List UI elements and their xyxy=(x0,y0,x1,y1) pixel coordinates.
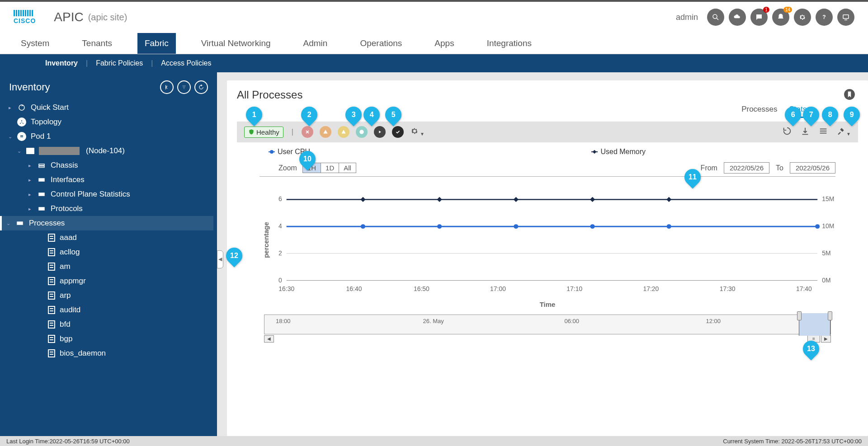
check-icon[interactable] xyxy=(392,126,404,138)
fault-critical-icon[interactable] xyxy=(302,126,313,138)
zoom-1d[interactable]: 1D xyxy=(321,163,339,173)
svg-text:17:10: 17:10 xyxy=(566,285,582,292)
tree-proc-acllog[interactable]: acllog xyxy=(0,245,213,259)
svg-point-17 xyxy=(359,130,363,134)
tree-proc-am[interactable]: am xyxy=(0,259,213,274)
tree-chassis[interactable]: ▸Chassis xyxy=(0,158,213,173)
username-label[interactable]: admin xyxy=(676,13,698,22)
legend-usedmem[interactable]: Used Memory xyxy=(591,148,646,156)
navigator-handle-right[interactable] xyxy=(828,311,832,320)
to-label: To xyxy=(776,164,783,172)
zoom-all[interactable]: All xyxy=(339,163,356,173)
ctab-partial[interactable]: st xyxy=(825,105,831,118)
play-icon[interactable] xyxy=(374,126,386,138)
tree-proc-arp[interactable]: arp xyxy=(0,288,213,303)
toolbar-settings-icon[interactable]: ▼ xyxy=(410,127,425,137)
svg-text:2: 2 xyxy=(278,249,282,257)
svg-text:17:20: 17:20 xyxy=(643,285,659,292)
panel-collapse-icon[interactable] xyxy=(160,80,174,94)
svg-point-45 xyxy=(437,224,442,229)
tree-proc-appmgr[interactable]: appmgr xyxy=(0,274,213,288)
tab-fabric[interactable]: Fabric xyxy=(137,33,176,54)
ctab-processes[interactable]: Processes xyxy=(741,105,777,118)
svg-text:6: 6 xyxy=(278,195,282,202)
ctab-stats[interactable]: Stats xyxy=(789,105,807,118)
svg-point-0 xyxy=(713,14,717,19)
tab-virtual-networking[interactable]: Virtual Networking xyxy=(194,33,278,54)
bell-badge: 14 xyxy=(783,7,792,13)
subnav-fabric-policies[interactable]: Fabric Policies xyxy=(96,59,143,67)
tree-processes[interactable]: ⌄Processes xyxy=(0,216,213,230)
navigator-left-arrow[interactable]: ◀ xyxy=(264,335,274,343)
tree-protocols[interactable]: ▸Protocols xyxy=(0,202,213,216)
tab-tenants[interactable]: Tenants xyxy=(75,33,119,54)
main-card: All Processes Processes Stats x st Healt… xyxy=(227,80,868,436)
chat-badge: 1 xyxy=(763,7,769,13)
svg-rect-40 xyxy=(437,197,442,202)
subnav-access-policies[interactable]: Access Policies xyxy=(161,59,211,67)
svg-text:16:40: 16:40 xyxy=(346,285,362,292)
current-time-label: Current System Time: xyxy=(723,438,781,445)
tree-node-104[interactable]: ⌄(Node-104) xyxy=(0,144,213,158)
fault-minor-icon[interactable] xyxy=(338,126,349,138)
zoom-1h[interactable]: 1H xyxy=(303,163,321,173)
last-login-value: 2022-05-26T16:59 UTC+00:00 xyxy=(49,438,129,445)
app-title: APIC xyxy=(54,10,83,24)
menu-icon[interactable] xyxy=(818,126,828,138)
svg-line-1 xyxy=(717,18,718,20)
help-icon[interactable]: ? xyxy=(816,9,833,26)
tree-interfaces[interactable]: ▸Interfaces xyxy=(0,173,213,187)
chat-icon[interactable]: 1 xyxy=(750,9,768,26)
cloud-icon[interactable] xyxy=(729,9,746,26)
tab-apps[interactable]: Apps xyxy=(427,33,461,54)
tree-proc-bfd[interactable]: bfd xyxy=(0,317,213,332)
navigator-right-arrow[interactable]: ▶ xyxy=(821,335,831,343)
subnav-inventory[interactable]: Inventory xyxy=(45,59,78,67)
tab-admin[interactable]: Admin xyxy=(296,33,335,54)
legend-usercpu[interactable]: User CPU xyxy=(269,148,310,156)
tab-operations[interactable]: Operations xyxy=(353,33,409,54)
search-icon[interactable] xyxy=(707,9,724,26)
chart-navigator[interactable]: 18:00 26. May 06:00 12:00 ◀ ≡ ▶ xyxy=(259,315,835,340)
navigator-scroll-thumb[interactable]: ≡ xyxy=(807,335,820,343)
refresh-icon[interactable] xyxy=(782,126,792,138)
side-panel: Inventory ▸Quick Start Topology ⌄Pod 1 ⌄… xyxy=(0,72,217,436)
svg-text:0: 0 xyxy=(278,277,282,284)
panel-filter-icon[interactable] xyxy=(177,80,191,94)
health-badge[interactable]: Healthy xyxy=(244,127,283,138)
chart-area: User CPU Used Memory Zoom 1H 1D All From… xyxy=(237,142,858,343)
bookmark-icon[interactable] xyxy=(844,89,855,102)
tab-integrations[interactable]: Integrations xyxy=(480,33,539,54)
tree-proc-aaad[interactable]: aaad xyxy=(0,230,213,245)
tree-topology[interactable]: Topology xyxy=(0,115,213,129)
tree-cps[interactable]: ▸Control Plane Statistics xyxy=(0,187,213,202)
svg-text:15M: 15M xyxy=(822,195,834,202)
tree-scroll[interactable]: ▸Quick Start Topology ⌄Pod 1 ⌄(Node-104)… xyxy=(0,100,217,436)
tools-icon[interactable]: ▼ xyxy=(836,127,851,137)
svg-point-48 xyxy=(667,224,671,229)
tree-quick-start[interactable]: ▸Quick Start xyxy=(0,100,213,115)
panel-refresh-icon[interactable] xyxy=(194,80,208,94)
svg-rect-43 xyxy=(666,197,671,202)
svg-text:4: 4 xyxy=(278,222,282,230)
svg-rect-41 xyxy=(514,197,519,202)
gear-icon[interactable] xyxy=(794,9,811,26)
to-date-input[interactable]: 2022/05/26 xyxy=(790,162,835,174)
tab-system[interactable]: System xyxy=(14,33,57,54)
download-icon[interactable] xyxy=(800,126,810,138)
from-date-input[interactable]: 2022/05/26 xyxy=(724,162,769,174)
side-title: Inventory xyxy=(9,81,50,93)
svg-rect-3 xyxy=(843,15,849,19)
tree-proc-bgp[interactable]: bgp xyxy=(0,332,213,346)
fault-warning-icon[interactable] xyxy=(356,126,368,138)
bell-icon[interactable]: 14 xyxy=(772,9,789,26)
fault-major-icon[interactable] xyxy=(320,126,331,138)
tree-proc-biosdaemon[interactable]: bios_daemon xyxy=(0,346,213,361)
navigator-handle-left[interactable] xyxy=(797,311,802,320)
side-collapse-handle[interactable]: ◀ xyxy=(217,250,223,268)
tree-proc-auditd[interactable]: auditd xyxy=(0,303,213,317)
tree-pod-1[interactable]: ⌄Pod 1 xyxy=(0,129,213,144)
main-content: All Processes Processes Stats x st Healt… xyxy=(217,72,868,436)
monitor-icon[interactable] xyxy=(837,9,854,26)
navigator-selection[interactable] xyxy=(799,313,830,336)
